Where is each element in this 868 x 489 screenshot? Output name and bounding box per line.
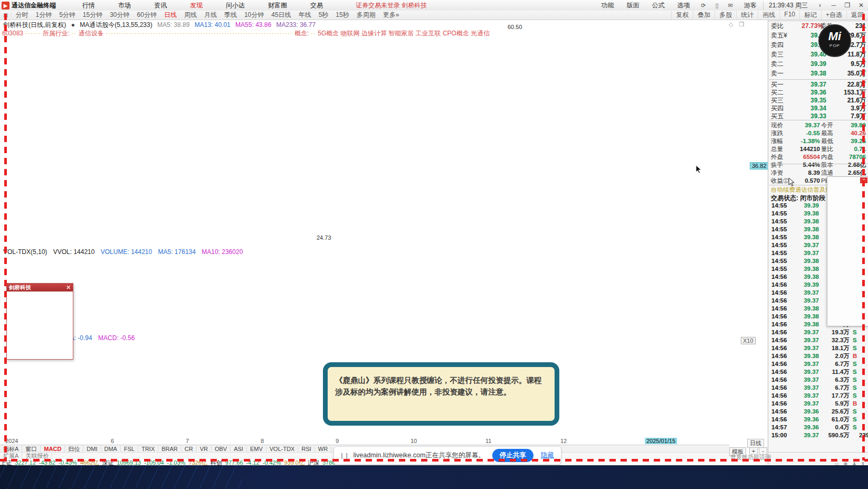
tick-flag: S [853,376,857,384]
ma233-value: MA233: 36.77 [276,21,316,29]
action-F10[interactable]: F10 [779,11,799,20]
tick-row: 14:5639.3718.1万S [768,344,868,352]
menu-item-发现[interactable]: 发现 [178,1,214,10]
tick-row: 14:5639.3719.3万S [768,328,868,336]
minimize-button[interactable]: ─ [827,2,841,9]
indicator-tab-CR[interactable]: CR [182,446,197,452]
popup-title: 剑桥科技 [9,284,31,291]
indicator-tab-VR[interactable]: VR [197,446,212,452]
indicator-tab-FSL[interactable]: FSL [121,446,138,452]
indicator-tab-BRAR[interactable]: BRAR [158,446,182,452]
period-5秒[interactable]: 5秒 [315,11,332,20]
menu-item-交易[interactable]: 交易 [299,1,335,10]
refresh-icon[interactable]: ⟳ [696,2,710,9]
indicator-tab-DMA[interactable]: DMA [101,446,121,452]
maximize-button[interactable]: ❐ [841,2,854,9]
menu-bar: ▶ 通达信金融终端 行情市场资讯发现问小达财富圈交易 证券交易未登录 剑桥科技 … [0,0,868,11]
indicator-tab-MACD[interactable]: MACD [41,446,65,452]
mail-icon[interactable]: ✉ [723,2,738,9]
menu-item-版面[interactable]: 版面 [620,1,645,10]
stat-row: 总量144210量比0.71 [768,145,868,153]
action-多股[interactable]: 多股 [714,11,736,20]
action-复权[interactable]: 复权 [671,11,693,20]
period-年线[interactable]: 年线 [295,11,315,20]
indicator-tab-VOL-TDX[interactable]: VOL-TDX [266,446,299,452]
menu-right-icons: ⟳▯✉ [696,2,738,9]
action-+自选[interactable]: +自选 [821,11,846,20]
period-多周期[interactable]: 多周期 [353,11,379,20]
indicator-tab-OBV[interactable]: OBV [212,446,231,452]
crosshair-price-tag: 36.82 [750,162,769,170]
popup-title-bar[interactable]: 剑桥科技 ✕ [7,284,73,291]
industry-value[interactable]: 通信设备 [79,30,104,37]
bid-price: 39.33 [810,112,826,120]
chart-corner-icons[interactable]: ◇ ❒ [729,21,746,28]
menu-item-公式[interactable]: 公式 [645,1,671,10]
tick-row: 15:0039.37590.5万239 [768,431,868,439]
tick-time: 14:56 [771,281,787,289]
period-15分钟[interactable]: 15分钟 [79,11,106,20]
indicator-tab-ASI[interactable]: ASI [231,446,247,452]
period-60分钟[interactable]: 60分钟 [133,11,160,20]
bid-row: 买三39.3521.6万 [768,97,868,105]
concept-values[interactable]: 5G概念 物联网 边缘计算 智能家居 工业互联 CPO概念 光通信 [318,30,490,37]
close-button[interactable]: ✕ [854,2,868,9]
tick-price: 39.38 [791,225,819,233]
period-分时[interactable]: 分时 [12,11,32,20]
action-统计[interactable]: 统计 [736,11,758,20]
tick-time: 14:55 [771,241,787,249]
stat-row: 外盘65504内盘78706 [768,153,868,161]
indicator-tab-WR[interactable]: WR [315,446,331,452]
period-1分钟[interactable]: 1分钟 [32,11,55,20]
action-画线[interactable]: 画线 [758,11,779,20]
menu-item-资讯[interactable]: 资讯 [142,1,178,10]
indicator-tab-TRIX[interactable]: TRIX [138,446,158,452]
period-10分钟[interactable]: 10分钟 [241,11,268,20]
high-annotation: 60.50 [508,24,522,30]
period-box[interactable]: 日线 [747,439,764,448]
ma5-value: MA5: 38.89 [157,21,189,29]
tick-price: 39.38 [791,321,819,328]
tick-flag: S [853,384,857,392]
period-日线[interactable]: 日线 [160,11,180,20]
phone-icon[interactable]: ▯ [711,2,723,9]
stat-row: 涨幅-1.38%最低39.25 [768,137,868,145]
tick-price: 39.37 [791,384,819,392]
menu-item-选项[interactable]: 选项 [671,1,696,10]
menu-item-问小达[interactable]: 问小达 [214,1,256,10]
action-标记[interactable]: 标记 [799,11,821,20]
period-45日线[interactable]: 45日线 [268,11,294,20]
period-周线[interactable]: 周线 [180,11,201,20]
stat-label: 总量 [771,145,783,153]
period-5分钟[interactable]: 5分钟 [55,11,79,20]
action-叠加[interactable]: 叠加 [693,11,714,20]
ask-label: 卖三 [771,51,784,59]
guest-label[interactable]: 游客 [738,1,763,10]
tick-time: 14:56 [771,328,787,336]
menu-item-市场[interactable]: 市场 [107,1,142,10]
popup-close-icon[interactable]: ✕ [66,284,71,291]
indicator-tab-RSI[interactable]: RSI [298,446,314,452]
period-季线[interactable]: 季线 [221,11,241,20]
x-axis-label: 11 [485,438,491,444]
period-更多»[interactable]: 更多» [379,11,403,20]
vol-multiplier-label: X10 [741,337,756,344]
screen-share-bar: ❙❙ liveadmin.lizhiweike.com正在共享您的屏幕。 停止共… [333,446,561,465]
period-30分钟[interactable]: 30分钟 [106,11,133,20]
tick-volume: 32.3万 [819,336,850,344]
menu-item-行情[interactable]: 行情 [71,1,107,10]
tick-flag: S [853,328,857,336]
tick-time: 14:55 [771,233,787,241]
menu-item-财富圈[interactable]: 财富圈 [256,1,299,10]
x-axis-label: 12 [560,438,567,444]
collapse-button[interactable]: ‹ [813,2,827,9]
period-15秒[interactable]: 15秒 [332,11,352,20]
period-月线[interactable]: 月线 [201,11,221,20]
indicator-tab-DMI[interactable]: DMI [83,446,101,452]
tick-volume: 5.9万 [819,400,850,408]
x-axis-label: 2024 [5,438,18,444]
x-axis-label: 6 [111,438,114,444]
menu-item-功能[interactable]: 功能 [595,1,620,10]
tick-time: 14:56 [771,360,787,368]
indicator-tab-EMV[interactable]: EMV [247,446,266,452]
